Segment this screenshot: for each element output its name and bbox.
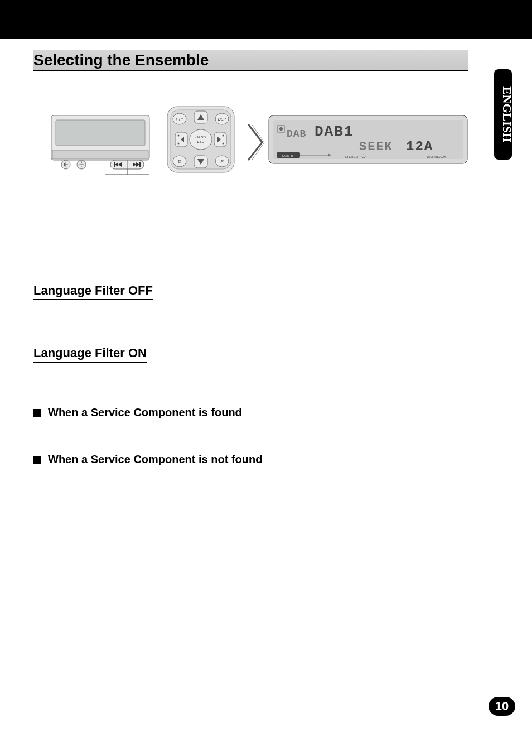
lcd-figure: DAB DAB1 SEEK 12A EON TP STEREO DAB READ… bbox=[268, 114, 468, 170]
remote-pty-label: PTY bbox=[176, 117, 184, 121]
bullet-notfound-wrap: When a Service Component is not found bbox=[33, 453, 262, 466]
svg-point-23 bbox=[223, 135, 224, 137]
svg-rect-3 bbox=[52, 150, 148, 159]
remote-dsp-label: DSP bbox=[218, 117, 226, 121]
svg-point-20 bbox=[178, 135, 180, 137]
svg-point-34 bbox=[279, 127, 283, 131]
remote-band-label: BAND bbox=[195, 135, 206, 139]
lcd-badge-left: EON TP bbox=[282, 154, 294, 157]
lcd-dab-ready: DAB READY bbox=[427, 155, 446, 158]
lcd-icon-dab: DAB bbox=[287, 128, 306, 139]
remote-esc-label: ESC bbox=[197, 140, 205, 143]
bullet-not-found: When a Service Component is not found bbox=[48, 453, 262, 466]
arrow-icon bbox=[245, 123, 265, 162]
headunit-figure bbox=[50, 114, 151, 176]
lcd-line1: DAB1 bbox=[315, 123, 354, 140]
remote-figure: BAND ESC PTY DSP D F bbox=[162, 103, 240, 176]
manual-page: ENGLISH Selecting the Ensemble bbox=[0, 0, 532, 756]
top-black-bar bbox=[0, 0, 532, 39]
lcd-channel: 12A bbox=[406, 139, 433, 154]
svg-point-16 bbox=[190, 129, 212, 150]
svg-rect-10 bbox=[114, 162, 115, 167]
sub-filter-off-wrap: Language Filter OFF bbox=[33, 283, 153, 300]
section-header: Selecting the Ensemble bbox=[33, 50, 468, 69]
figures-row: BAND ESC PTY DSP D F bbox=[33, 103, 468, 181]
lcd-seek: SEEK bbox=[359, 140, 393, 154]
content-area: Selecting the Ensemble bbox=[33, 50, 468, 69]
svg-text:D: D bbox=[178, 159, 181, 164]
sub-filter-on: Language Filter ON bbox=[33, 346, 147, 363]
section-title: Selecting the Ensemble bbox=[33, 50, 468, 69]
svg-point-24 bbox=[223, 143, 224, 145]
square-bullet-icon bbox=[33, 409, 41, 417]
sub-filter-on-wrap: Language Filter ON bbox=[33, 346, 147, 363]
page-number-badge: 10 bbox=[489, 697, 515, 716]
bullet-found-wrap: When a Service Component is found bbox=[33, 406, 242, 419]
language-tab-svg: ENGLISH bbox=[492, 67, 514, 162]
page-number: 10 bbox=[495, 699, 509, 714]
bullet-found: When a Service Component is found bbox=[48, 406, 242, 419]
svg-point-21 bbox=[178, 143, 180, 145]
section-header-underline bbox=[33, 70, 468, 71]
language-tab: ENGLISH bbox=[492, 67, 514, 162]
lcd-stereo: STEREO bbox=[345, 155, 359, 158]
sub-filter-off: Language Filter OFF bbox=[33, 283, 153, 300]
language-tab-label: ENGLISH bbox=[500, 86, 514, 142]
svg-rect-2 bbox=[56, 120, 145, 146]
svg-rect-11 bbox=[139, 162, 141, 167]
square-bullet-icon bbox=[33, 456, 41, 464]
